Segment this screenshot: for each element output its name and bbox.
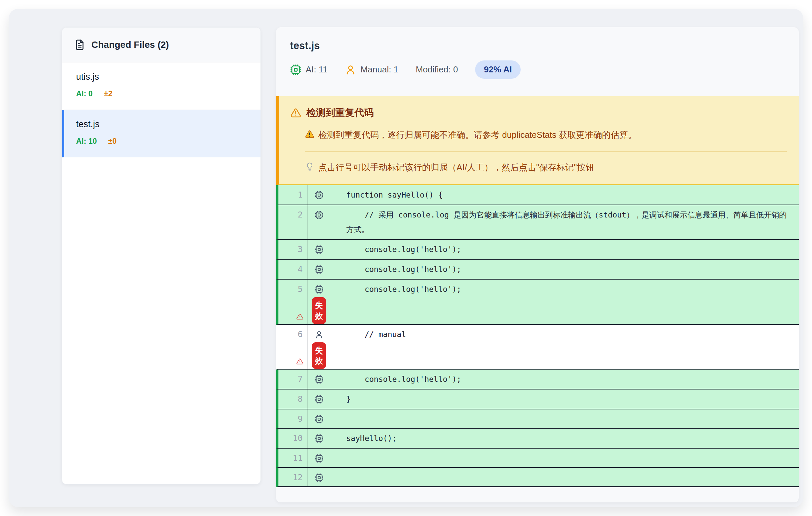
code-line-row: 6 xyxy=(276,325,799,370)
line-number[interactable]: 10 xyxy=(279,429,308,448)
manual-stat: Manual: 1 xyxy=(345,64,398,75)
line-number[interactable]: 12 xyxy=(279,468,308,486)
file-stats: AI: 10 ±0 xyxy=(76,137,249,146)
banner-tip-row: 点击行号可以手动标记该行的归属（AI/人工），然后点击"保存标记"按钮 xyxy=(305,161,787,174)
invalid-badge: 失效 xyxy=(312,297,326,324)
code-line-row: 8 xyxy=(276,390,799,409)
code-text: console.log('hello'); xyxy=(330,260,799,279)
line-number[interactable]: 5 xyxy=(279,280,308,324)
file-list-item[interactable]: test.js AI: 10 ±0 xyxy=(62,110,260,157)
file-name: test.js xyxy=(76,119,249,129)
file-delta-count: ±2 xyxy=(104,89,112,98)
line-number-value: 10 xyxy=(293,433,303,443)
attribution-icon-cell: 失效 xyxy=(308,449,330,467)
cpu-icon xyxy=(290,64,301,75)
code-line-row: 2 xyxy=(276,205,799,240)
duplicate-code-warning-banner: 检测到重复代码 检测到重复代码，逐行归属可能不准确。请参考 duplicateS… xyxy=(276,96,799,185)
line-number[interactable]: 4 xyxy=(279,260,308,279)
attribution-stats-row: AI: 11 Manual: 1 Modified: 0 92% AI xyxy=(290,60,785,79)
code-text: // 采用 console.log 是因为它能直接将信息输出到标准输出流（std… xyxy=(330,205,799,239)
alert-triangle-icon xyxy=(290,108,301,118)
file-delta-count: ±0 xyxy=(108,137,117,146)
line-number-value: 2 xyxy=(298,210,303,219)
cpu-icon xyxy=(315,211,324,219)
app-panel: Changed Files (2) utis.js AI: 0 ±2 test.… xyxy=(9,9,803,507)
warning-emoji-icon xyxy=(305,129,314,139)
file-title: test.js xyxy=(290,40,785,52)
code-text: sayHello(); xyxy=(330,429,799,448)
cpu-icon xyxy=(315,473,324,482)
file-list-item[interactable]: utis.js AI: 0 ±2 xyxy=(62,62,260,110)
line-number[interactable]: 3 xyxy=(279,240,308,259)
file-text-icon xyxy=(74,39,85,51)
code-line-row: 1 xyxy=(276,185,799,205)
cpu-icon xyxy=(315,395,324,404)
attribution-icon-cell: 失效 xyxy=(308,468,330,486)
ai-stat: AI: 11 xyxy=(290,64,327,75)
banner-warning-text: 检测到重复代码，逐行归属可能不准确。请参考 duplicateStats 获取更… xyxy=(318,129,637,142)
banner-divider xyxy=(305,151,787,152)
banner-warning-row: 检测到重复代码，逐行归属可能不准确。请参考 duplicateStats 获取更… xyxy=(305,129,787,142)
code-line-row: 4 xyxy=(276,260,799,280)
code-text: function sayHello() { xyxy=(330,185,799,205)
modified-stat: Modified: 0 xyxy=(416,64,458,75)
code-line-row: 10 xyxy=(276,429,799,449)
code-text xyxy=(330,449,799,467)
attribution-icon-cell: 失效 xyxy=(308,429,330,448)
file-detail-header: test.js AI: 11 Manual: 1 Modified: xyxy=(276,27,799,96)
alert-triangle-icon xyxy=(296,358,303,365)
code-text: console.log('hello'); xyxy=(330,370,799,389)
cpu-icon xyxy=(315,191,324,200)
attribution-icon-cell: 失效 xyxy=(308,205,330,239)
line-number[interactable]: 11 xyxy=(279,449,308,467)
attribution-icon-cell: 失效 xyxy=(308,409,330,428)
attribution-icon-cell: 失效 xyxy=(308,325,330,369)
user-icon xyxy=(315,330,324,339)
file-stats: AI: 0 ±2 xyxy=(76,89,249,98)
attribution-icon-cell: 失效 xyxy=(308,280,330,324)
attribution-icon-cell: 失效 xyxy=(308,260,330,279)
cpu-icon xyxy=(315,285,324,294)
line-number[interactable]: 1 xyxy=(279,185,308,205)
banner-title-row: 检测到重复代码 xyxy=(290,106,787,120)
code-line-row: 5 xyxy=(276,280,799,325)
file-name: utis.js xyxy=(76,72,249,82)
line-number-value: 7 xyxy=(298,374,303,384)
user-icon xyxy=(345,64,356,75)
code-line-row: 11 xyxy=(276,449,799,468)
code-text: console.log('hello'); xyxy=(330,240,799,259)
manual-count-label: Manual: 1 xyxy=(360,64,398,75)
line-number-value: 11 xyxy=(293,453,303,463)
code-line-row: 12 xyxy=(276,468,799,487)
attribution-icon-cell: 失效 xyxy=(308,240,330,259)
code-text xyxy=(330,409,799,428)
cpu-icon xyxy=(315,415,324,424)
cpu-icon xyxy=(315,434,324,443)
line-number-value: 5 xyxy=(298,284,303,294)
file-list: utis.js AI: 0 ±2 test.js AI: 10 ±0 xyxy=(62,62,260,157)
line-number[interactable]: 7 xyxy=(279,370,308,389)
cpu-icon xyxy=(315,265,324,274)
line-number[interactable]: 9 xyxy=(279,409,308,428)
file-ai-count: AI: 0 xyxy=(76,89,93,98)
code-text: // manual xyxy=(330,325,799,369)
lightbulb-icon xyxy=(305,162,314,171)
ai-percent-badge: 92% AI xyxy=(475,60,520,79)
changed-files-panel: Changed Files (2) utis.js AI: 0 ±2 test.… xyxy=(62,27,261,484)
attribution-icon-cell: 失效 xyxy=(308,390,330,409)
code-text: } xyxy=(330,390,799,409)
ai-count-label: AI: 11 xyxy=(306,64,327,75)
code-line-row: 3 xyxy=(276,240,799,260)
invalid-badge: 失效 xyxy=(312,342,326,369)
line-number-value: 12 xyxy=(293,473,303,482)
line-number[interactable]: 8 xyxy=(279,390,308,409)
code-attribution-table: 1 xyxy=(276,185,799,487)
banner-tip-text: 点击行号可以手动标记该行的归属（AI/人工），然后点击"保存标记"按钮 xyxy=(318,161,594,174)
banner-title: 检测到重复代码 xyxy=(306,106,374,120)
line-number[interactable]: 2 xyxy=(279,205,308,239)
cpu-icon xyxy=(315,454,324,463)
code-text xyxy=(330,468,799,486)
line-number-value: 4 xyxy=(298,264,303,274)
line-number[interactable]: 6 xyxy=(279,325,308,369)
file-detail-panel: test.js AI: 11 Manual: 1 Modified: xyxy=(276,27,799,503)
